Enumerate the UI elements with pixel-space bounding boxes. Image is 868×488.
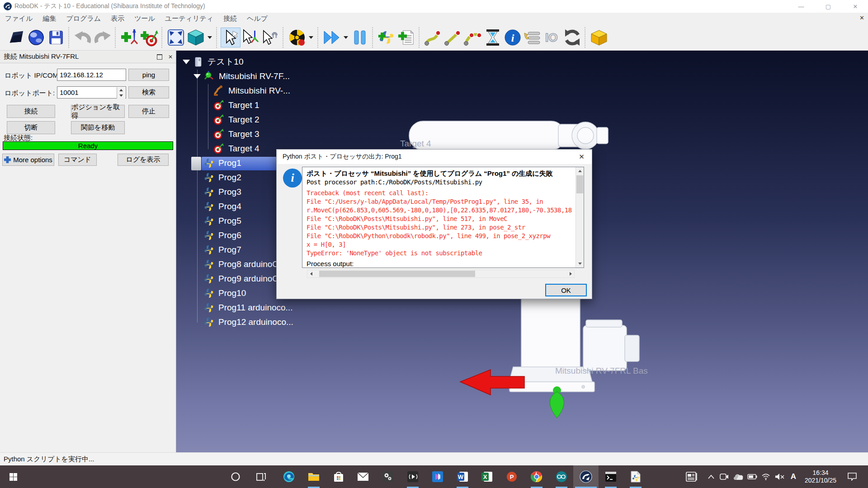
get-position-button[interactable]: ポジションを取得 <box>71 105 125 118</box>
taskbar-app-arduino-icon[interactable] <box>549 465 574 488</box>
fast-simulation-icon[interactable] <box>322 28 342 47</box>
menu-tools[interactable]: ツール <box>129 13 160 25</box>
stop-button[interactable]: 停止 <box>128 105 169 118</box>
port-spinner[interactable] <box>117 87 125 99</box>
tree-item-target3[interactable]: Target 3 <box>213 127 259 141</box>
taskbar-app-recorder-icon[interactable] <box>401 465 425 488</box>
menubar-close-icon[interactable]: ✕ <box>859 14 864 21</box>
ip-field[interactable]: 192.168.12.12 <box>57 69 126 81</box>
volume-mute-icon[interactable] <box>772 465 788 488</box>
taskbar-app-explorer-icon[interactable] <box>302 465 326 488</box>
command-button[interactable]: コマンド <box>58 154 97 166</box>
tree-item-robot[interactable]: Mitsubishi RV-... <box>213 84 290 98</box>
menu-edit[interactable]: 編集 <box>38 13 61 25</box>
tree-item-prog4[interactable]: Prog4 <box>203 199 241 214</box>
menu-connect[interactable]: 接続 <box>218 13 242 25</box>
hidden-icons-chevron-icon[interactable] <box>703 465 719 488</box>
wifi-icon[interactable] <box>759 465 773 488</box>
add-program-icon[interactable] <box>396 28 416 47</box>
horizontal-scrollbar[interactable] <box>307 270 575 278</box>
tree-item-target1[interactable]: Target 1 <box>213 98 259 113</box>
move-robot-tool-icon[interactable] <box>260 28 280 47</box>
disconnect-button[interactable]: 切断 <box>7 121 55 134</box>
more-options-button[interactable]: More options <box>2 154 54 166</box>
maximize-icon[interactable]: ▢ <box>818 0 839 13</box>
dialog-close-icon[interactable]: ✕ <box>571 150 592 164</box>
ime-indicator[interactable]: A <box>787 465 800 488</box>
move-circular-instruction-icon[interactable] <box>463 28 483 47</box>
isometric-view-icon[interactable] <box>186 28 206 47</box>
tree-item-prog8[interactable]: Prog8 arduinoO <box>203 257 279 272</box>
tree-item-target2[interactable]: Target 2 <box>213 113 259 127</box>
update-program-icon[interactable] <box>562 28 582 47</box>
meet-now-icon[interactable] <box>717 465 731 488</box>
taskbar-app-mail-icon[interactable] <box>351 465 375 488</box>
add-reference-frame-icon[interactable] <box>119 28 139 47</box>
pause-simulation-icon[interactable] <box>350 28 370 47</box>
scrollbar-thumb[interactable] <box>319 271 475 277</box>
port-field[interactable]: 10001 <box>57 86 126 99</box>
taskbar-app-terminal-icon[interactable] <box>599 465 623 488</box>
tree-item-prog6[interactable]: Prog6 <box>203 228 241 243</box>
check-collisions-icon[interactable] <box>287 28 307 47</box>
menu-program[interactable]: プログラム <box>61 13 106 25</box>
close-icon[interactable]: ✕ <box>845 0 866 13</box>
ok-button[interactable]: OK <box>545 284 587 296</box>
tree-item-prog1[interactable]: Prog1 <box>203 156 241 170</box>
move-reference-tool-icon[interactable] <box>241 28 260 47</box>
taskbar-app-edge-icon[interactable] <box>277 465 301 488</box>
move-joints-button[interactable]: 関節を移動 <box>71 121 125 134</box>
vertical-scrollbar[interactable] <box>576 167 584 267</box>
pause-instruction-icon[interactable] <box>483 28 503 47</box>
ping-button[interactable]: ping <box>128 69 169 81</box>
taskbar-app-excel-icon[interactable]: X <box>475 465 499 488</box>
tree-item-station[interactable]: テスト10 <box>183 55 243 69</box>
undo-icon[interactable] <box>73 28 93 47</box>
show-message-instruction-icon[interactable]: i <box>503 28 523 47</box>
scroll-up-icon[interactable] <box>576 167 584 175</box>
scroll-right-icon[interactable] <box>567 270 574 277</box>
onedrive-icon[interactable] <box>731 465 746 488</box>
task-view-icon[interactable] <box>250 465 272 488</box>
connect-button[interactable]: 接続 <box>7 105 55 118</box>
news-widget-icon[interactable] <box>681 465 703 488</box>
tree-item-target4[interactable]: Target 4 <box>213 141 259 156</box>
simulation-speed-dropdown-icon[interactable] <box>344 36 348 39</box>
view-dropdown-icon[interactable] <box>208 36 212 39</box>
export-simulation-icon[interactable] <box>589 28 609 47</box>
taskbar-app-powerpoint-icon[interactable]: P <box>500 465 524 488</box>
expander-icon[interactable] <box>183 60 190 64</box>
redo-icon[interactable] <box>93 28 113 47</box>
add-target-icon[interactable] <box>139 28 159 47</box>
minimize-icon[interactable]: — <box>791 0 811 13</box>
open-station-icon[interactable] <box>6 28 26 47</box>
tree-item-prog11[interactable]: Prog11 arduinoco... <box>203 300 292 315</box>
taskbar-app-utility-icon[interactable] <box>376 465 400 488</box>
program-call-instruction-icon[interactable] <box>523 28 542 47</box>
taskbar-app-robodk-icon[interactable] <box>573 465 599 488</box>
select-tool-icon[interactable] <box>221 28 241 47</box>
taskbar-app-python-file-icon[interactable] <box>623 465 648 488</box>
search-button[interactable]: 検索 <box>128 86 169 99</box>
set-io-instruction-icon[interactable]: IO <box>542 28 562 47</box>
scroll-left-icon[interactable] <box>307 270 315 277</box>
dialog-output-textarea[interactable]: ポスト・プロセッサ “Mitsubishi” を使用してプログラム “Prog1… <box>302 167 584 268</box>
taskbar-app-word-icon[interactable]: W <box>450 465 475 488</box>
collision-dropdown-icon[interactable] <box>309 36 313 39</box>
taskbar-app-store-icon[interactable] <box>326 465 351 488</box>
cortana-icon[interactable] <box>225 465 246 488</box>
panel-close-icon[interactable]: ✕ <box>165 52 176 62</box>
menu-file[interactable]: ファイル <box>0 13 38 25</box>
move-joint-instruction-icon[interactable] <box>423 28 443 47</box>
taskbar-app-vs-icon[interactable] <box>425 465 450 488</box>
tree-item-prog5[interactable]: Prog5 <box>203 214 241 228</box>
action-center-icon[interactable] <box>842 465 863 488</box>
fit-view-icon[interactable] <box>166 28 186 47</box>
taskbar-clock[interactable]: 16:34 2021/10/25 <box>801 465 840 488</box>
expander-icon[interactable] <box>193 74 201 79</box>
menu-view[interactable]: 表示 <box>106 13 129 25</box>
menu-utilities[interactable]: ユーティリティ <box>160 13 218 25</box>
tree-item-prog9[interactable]: Prog9 arduinoO <box>203 272 279 286</box>
tree-item-prog3[interactable]: Prog3 <box>203 185 241 199</box>
show-log-button[interactable]: ログを表示 <box>118 154 169 166</box>
